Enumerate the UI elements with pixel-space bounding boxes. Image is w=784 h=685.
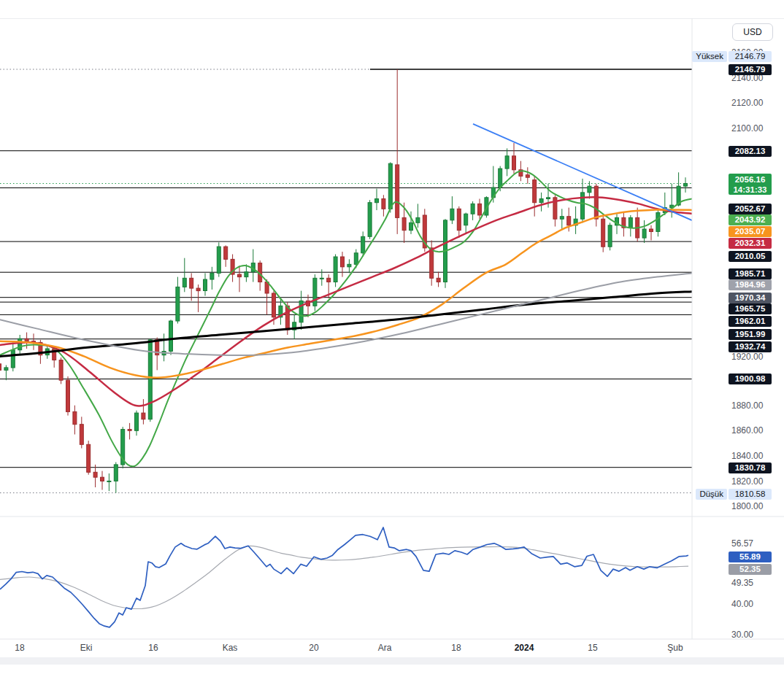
candle-body — [299, 301, 303, 322]
candle-body — [11, 350, 15, 368]
candle-body — [210, 273, 214, 279]
price-badge: 1970.34 — [729, 293, 772, 303]
candle-body — [59, 360, 63, 381]
price-badge: 1984.96 — [729, 279, 772, 290]
candle-body — [101, 477, 104, 481]
candle-body — [402, 217, 406, 230]
candle-body — [135, 413, 139, 430]
candle-body — [416, 217, 420, 222]
price-badge: 1951.99 — [729, 329, 772, 340]
candle-body — [361, 236, 365, 253]
price-badge: 2146.79 — [729, 64, 772, 75]
candle-body — [128, 430, 131, 431]
price-badge: 1900.98 — [729, 374, 772, 384]
ma-lightgray-line — [0, 273, 692, 355]
candle-body — [245, 272, 248, 277]
candle-body — [169, 321, 173, 351]
candle-body — [285, 306, 289, 330]
candle-body — [581, 193, 585, 219]
ma-orange-line — [0, 209, 692, 377]
candlestick-chart-canvas[interactable] — [0, 0, 784, 685]
candle-body — [327, 278, 331, 282]
candle-body — [334, 257, 337, 282]
candle-body — [450, 209, 454, 220]
candle-body — [18, 338, 22, 350]
candle-body — [320, 278, 323, 279]
axis-tick-label: 30.00 — [731, 630, 753, 640]
candle-body — [437, 278, 440, 282]
candle-body — [650, 229, 653, 232]
time-axis-label: 18 — [451, 643, 461, 653]
time-axis-label: 15 — [588, 643, 597, 653]
candle-body — [217, 247, 220, 273]
candle-body — [533, 180, 537, 203]
price-badge: 55.89 — [729, 552, 772, 562]
ma-crimson-line — [0, 197, 692, 406]
high-value: 2146.79 — [729, 51, 772, 62]
candle-body — [114, 465, 118, 481]
candle-body — [499, 169, 502, 187]
candle-body — [410, 222, 413, 230]
time-axis-label: 18 — [15, 643, 24, 653]
candle-body — [588, 186, 591, 193]
currency-toggle-button[interactable]: USD — [732, 23, 773, 41]
price-badge: 2043.92 — [729, 214, 772, 225]
current-price-value: 2056.16 — [729, 174, 772, 185]
candle-body — [80, 425, 83, 445]
price-badge: 1962.01 — [729, 316, 772, 327]
axis-tick-label: 1820.00 — [731, 476, 763, 487]
low-value: 1810.58 — [729, 489, 772, 500]
time-axis-label: 16 — [148, 643, 158, 653]
time-axis-label: Ara — [378, 643, 392, 653]
candle-body — [594, 186, 598, 219]
price-badge: 2052.67 — [729, 204, 772, 214]
axis-tick-label: 40.00 — [731, 599, 753, 609]
price-badge: 2010.05 — [729, 251, 772, 262]
candle-body — [478, 204, 482, 215]
axis-tick-label: 1860.00 — [731, 425, 763, 436]
price-badge: 2035.07 — [729, 226, 772, 237]
low-label: Düşük — [696, 489, 727, 500]
candle-body — [388, 163, 392, 209]
candle-body — [512, 156, 516, 170]
ma-black-line — [0, 292, 692, 357]
indicator-main-line — [0, 527, 688, 627]
candle-body — [204, 279, 207, 291]
axis-tick-label: 1920.00 — [731, 352, 763, 362]
candle-body — [430, 248, 434, 278]
candle-body — [182, 278, 186, 287]
plot-area[interactable] — [0, 69, 692, 627]
axis-tick-label: 1880.00 — [731, 400, 763, 411]
time-axis-label: Eki — [80, 643, 93, 653]
candle-body — [238, 274, 242, 277]
axis-tick-label: 2100.00 — [731, 123, 763, 133]
candle-body — [547, 198, 550, 199]
trading-chart-screen: USD 2160.002140.002120.002100.002060.001… — [0, 0, 784, 685]
candle-body — [347, 264, 351, 267]
candle-body — [656, 213, 660, 232]
candle-body — [396, 165, 399, 218]
candle-body — [176, 287, 180, 321]
candle-body — [642, 229, 646, 238]
axis-tick-label: 56.57 — [731, 538, 753, 549]
candle-body — [457, 209, 461, 230]
candle-body — [382, 199, 385, 209]
price-badge: 2082.13 — [729, 146, 772, 157]
candle-body — [313, 278, 317, 306]
price-badge: 1965.75 — [729, 303, 772, 314]
axis-tick-label: 49.35 — [731, 578, 753, 588]
time-axis-label: 2024 — [515, 643, 534, 653]
candle-body — [341, 257, 345, 267]
candle-body — [464, 214, 468, 225]
ma-fast-green-line — [0, 171, 692, 466]
countdown-timer: 14:31:33 — [729, 185, 772, 195]
candle-body — [272, 293, 276, 317]
candle-body — [224, 247, 228, 259]
price-badge: 1830.78 — [729, 463, 772, 473]
axis-tick-label: 1800.00 — [731, 501, 763, 511]
candle-body — [73, 411, 77, 424]
price-badge: 2032.31 — [729, 238, 772, 249]
candle-body — [25, 338, 28, 341]
candle-body — [629, 217, 632, 228]
candle-body — [567, 217, 571, 225]
